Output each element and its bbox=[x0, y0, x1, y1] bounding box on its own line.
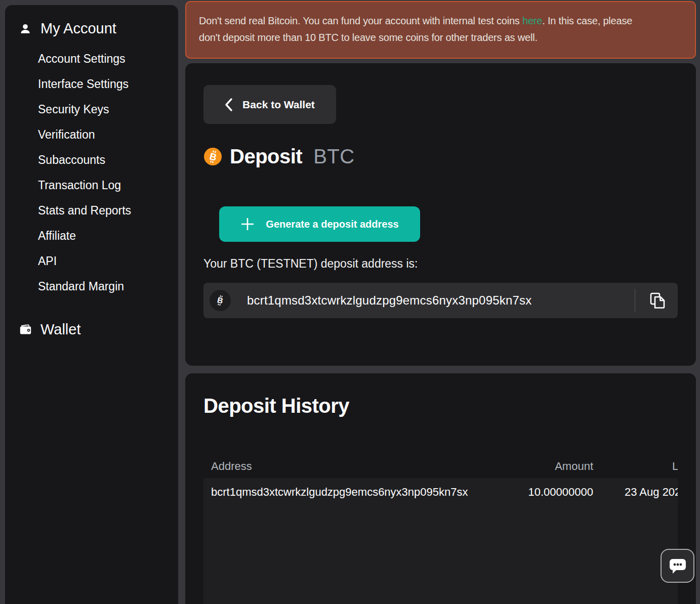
sidebar-item-api[interactable]: API bbox=[38, 248, 178, 274]
deposit-card: Back to Wallet B Deposit BTC Generate a … bbox=[185, 63, 696, 366]
banner-text-line2: don't deposit more than 10 BTC to leave … bbox=[199, 32, 538, 43]
sidebar-section-label: Wallet bbox=[40, 321, 81, 338]
asset-symbol: BTC bbox=[313, 145, 355, 168]
column-header-address: Address bbox=[211, 460, 252, 473]
copy-icon bbox=[649, 292, 666, 309]
sidebar-item-security-keys[interactable]: Security Keys bbox=[38, 97, 178, 122]
sidebar-item-stats-and-reports[interactable]: Stats and Reports bbox=[38, 198, 178, 223]
fund-account-link[interactable]: here bbox=[522, 15, 542, 26]
sidebar-section-label: My Account bbox=[40, 20, 116, 37]
sidebar-item-interface-settings[interactable]: Interface Settings bbox=[38, 71, 178, 97]
generate-deposit-address-button[interactable]: Generate a deposit address bbox=[219, 206, 420, 242]
svg-text:B: B bbox=[208, 151, 217, 163]
column-header-amount: Amount bbox=[555, 460, 593, 473]
divider bbox=[635, 289, 635, 312]
sidebar-item-standard-margin[interactable]: Standard Margin bbox=[38, 274, 178, 299]
sidebar-section-my-account[interactable]: My Account bbox=[5, 5, 178, 37]
cell-date: 23 Aug 202 bbox=[625, 486, 678, 499]
deposit-address-prompt: Your BTC (TESTNET) deposit address is: bbox=[203, 257, 418, 271]
sidebar-item-account-settings[interactable]: Account Settings bbox=[38, 46, 178, 71]
table-header-row: Address Amount L bbox=[203, 453, 678, 478]
deposit-address-field[interactable]: B bcrt1qmsd3xtcwrkzlgudzpg9emcs6nyx3np09… bbox=[203, 283, 678, 318]
cell-address: bcrt1qmsd3xtcwrkzlgudzpg9emcs6nyx3np095k… bbox=[211, 486, 468, 499]
cell-amount: 10.00000000 bbox=[528, 486, 593, 499]
sidebar-section-wallet[interactable]: Wallet bbox=[5, 306, 178, 338]
deposit-history-card: Deposit History Address Amount L bcrt1qm… bbox=[185, 373, 696, 604]
sidebar-item-transaction-log[interactable]: Transaction Log bbox=[38, 172, 178, 198]
back-to-wallet-button[interactable]: Back to Wallet bbox=[203, 85, 336, 124]
deposit-history-table: Address Amount L bcrt1qmsd3xtcwrkzlgudzp… bbox=[203, 453, 678, 604]
testnet-warning-banner: Don't send real Bitcoin. You can fund yo… bbox=[185, 1, 696, 59]
sidebar: My Account Account Settings Interface Se… bbox=[5, 5, 178, 604]
bitcoin-coin-icon: B bbox=[210, 290, 231, 311]
person-icon bbox=[18, 22, 32, 36]
chat-bubble-icon bbox=[668, 556, 688, 576]
history-title: Deposit History bbox=[203, 395, 349, 417]
sidebar-item-affiliate[interactable]: Affiliate bbox=[38, 223, 178, 248]
chevron-left-icon bbox=[225, 98, 232, 111]
copy-address-button[interactable] bbox=[647, 291, 668, 310]
deposit-heading: B Deposit BTC bbox=[204, 145, 355, 168]
wallet-icon bbox=[18, 323, 32, 337]
generate-button-label: Generate a deposit address bbox=[266, 219, 398, 230]
sidebar-item-subaccounts[interactable]: Subaccounts bbox=[38, 147, 178, 172]
sidebar-items: Account Settings Interface Settings Secu… bbox=[5, 37, 178, 299]
svg-text:B: B bbox=[217, 295, 224, 305]
column-header-last: L bbox=[672, 460, 678, 473]
plus-icon bbox=[240, 217, 255, 231]
sidebar-item-verification[interactable]: Verification bbox=[38, 122, 178, 147]
chat-widget-button[interactable] bbox=[661, 549, 694, 583]
page-title: Deposit bbox=[230, 145, 302, 168]
banner-text-1: Don't send real Bitcoin. You can fund yo… bbox=[199, 15, 522, 26]
deposit-address-value: bcrt1qmsd3xtcwrkzlgudzpg9emcs6nyx3np095k… bbox=[247, 293, 531, 308]
back-to-wallet-label: Back to Wallet bbox=[242, 99, 315, 111]
table-row: bcrt1qmsd3xtcwrkzlgudzpg9emcs6nyx3np095k… bbox=[203, 478, 678, 506]
table-body: bcrt1qmsd3xtcwrkzlgudzpg9emcs6nyx3np095k… bbox=[203, 478, 678, 604]
bitcoin-icon: B bbox=[204, 148, 222, 165]
banner-text-2: . In this case, please bbox=[542, 15, 632, 26]
